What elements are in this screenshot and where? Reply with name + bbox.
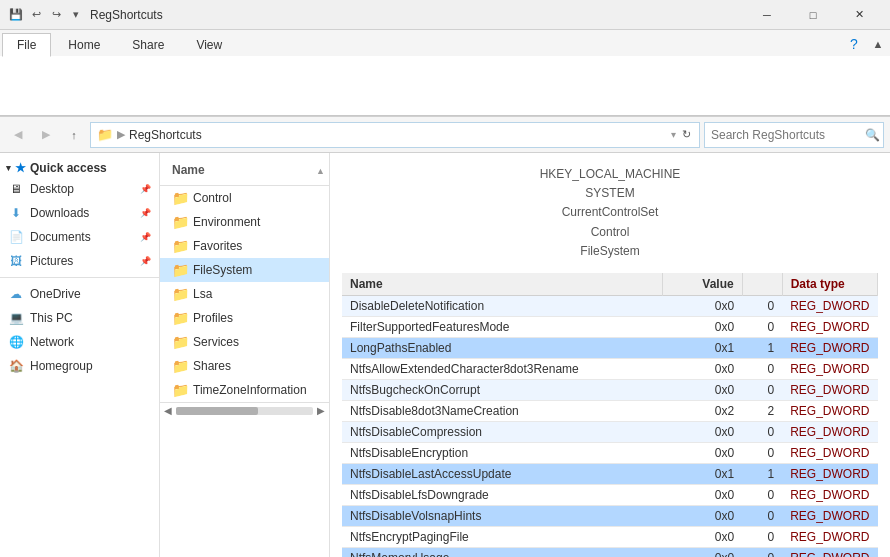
cell-value: 0x0 (662, 505, 742, 526)
tree-item-timezoneinformation[interactable]: 📁 TimeZoneInformation (160, 378, 329, 402)
cell-type: REG_DWORD (782, 421, 877, 442)
pin-icon-4: 📌 (140, 256, 151, 266)
refresh-button[interactable]: ↻ (680, 126, 693, 143)
ribbon-content (0, 56, 890, 116)
tree-scroll-left[interactable]: ◀ (164, 405, 172, 416)
cell-type: REG_DWORD (782, 547, 877, 557)
homegroup-icon: 🏠 (8, 358, 24, 374)
cell-data: 1 (742, 463, 782, 484)
tree-panel: Name ▲ 📁 Control 📁 Environment 📁 Favorit… (160, 153, 330, 557)
cell-value: 0x0 (662, 379, 742, 400)
minimize-button[interactable]: ─ (744, 0, 790, 30)
cell-value: 0x0 (662, 547, 742, 557)
tree-item-label: TimeZoneInformation (193, 383, 307, 397)
cell-type: REG_DWORD (782, 295, 877, 316)
thispc-icon: 💻 (8, 310, 24, 326)
address-box[interactable]: 📁 ▶ RegShortcuts ▾ ↻ (90, 122, 700, 148)
cell-value: 0x2 (662, 400, 742, 421)
cell-name: NtfsDisableCompression (342, 421, 662, 442)
col-header-value: Value (662, 273, 742, 296)
tree-scroll-thumb[interactable] (176, 407, 258, 415)
cell-name: DisableDeleteNotification (342, 295, 662, 316)
search-box[interactable]: 🔍 (704, 122, 884, 148)
table-row[interactable]: NtfsDisableEncryption 0x0 0 REG_DWORD (342, 442, 878, 463)
customize-icon[interactable]: ▾ (68, 7, 84, 23)
table-row[interactable]: NtfsDisableLastAccessUpdate 0x1 1 REG_DW… (342, 463, 878, 484)
registry-table: Name Value Data type DisableDeleteNotifi… (342, 273, 878, 557)
cell-data: 0 (742, 358, 782, 379)
tree-item-control[interactable]: 📁 Control (160, 186, 329, 210)
table-row[interactable]: DisableDeleteNotification 0x0 0 REG_DWOR… (342, 295, 878, 316)
tree-scroll-right[interactable]: ▶ (317, 405, 325, 416)
sidebar-item-thispc[interactable]: 💻 This PC (0, 306, 159, 330)
onedrive-icon: ☁ (8, 286, 24, 302)
maximize-button[interactable]: □ (790, 0, 836, 30)
quick-access-toolbar[interactable]: 💾 (8, 7, 24, 23)
reg-path-line-5: FileSystem (342, 242, 878, 261)
undo-icon[interactable]: ↩ (28, 7, 44, 23)
tree-item-services[interactable]: 📁 Services (160, 330, 329, 354)
table-row[interactable]: NtfsBugcheckOnCorrupt 0x0 0 REG_DWORD (342, 379, 878, 400)
tree-item-shares[interactable]: 📁 Shares (160, 354, 329, 378)
sidebar-item-desktop[interactable]: 🖥 Desktop 📌 (0, 177, 159, 201)
tab-view[interactable]: View (181, 33, 237, 56)
cell-data: 0 (742, 379, 782, 400)
sidebar-item-pictures[interactable]: 🖼 Pictures 📌 (0, 249, 159, 273)
table-row[interactable]: NtfsDisableCompression 0x0 0 REG_DWORD (342, 421, 878, 442)
tree-sort-icon[interactable]: ▲ (316, 166, 325, 176)
sidebar-item-documents[interactable]: 📄 Documents 📌 (0, 225, 159, 249)
folder-icon: 📁 (172, 238, 189, 254)
cell-data: 2 (742, 400, 782, 421)
cell-data: 0 (742, 442, 782, 463)
tree-item-filesystem[interactable]: 📁 FileSystem (160, 258, 329, 282)
tree-item-lsa[interactable]: 📁 Lsa (160, 282, 329, 306)
search-input[interactable] (711, 128, 861, 142)
cell-type: REG_DWORD (782, 505, 877, 526)
table-row[interactable]: NtfsDisable8dot3NameCreation 0x2 2 REG_D… (342, 400, 878, 421)
quick-access-header[interactable]: ▾ ★ Quick access (0, 157, 159, 177)
table-row[interactable]: NtfsDisableVolsnapHints 0x0 0 REG_DWORD (342, 505, 878, 526)
pin-icon: 📌 (140, 184, 151, 194)
table-row[interactable]: LongPathsEnabled 0x1 1 REG_DWORD (342, 337, 878, 358)
table-row[interactable]: FilterSupportedFeaturesMode 0x0 0 REG_DW… (342, 316, 878, 337)
cell-name: NtfsEncryptPagingFile (342, 526, 662, 547)
tree-item-label: Shares (193, 359, 231, 373)
documents-icon: 📄 (8, 229, 24, 245)
close-button[interactable]: ✕ (836, 0, 882, 30)
redo-icon[interactable]: ↪ (48, 7, 64, 23)
sidebar-item-downloads[interactable]: ⬇ Downloads 📌 (0, 201, 159, 225)
cell-name: NtfsDisableEncryption (342, 442, 662, 463)
pin-icon-2: 📌 (140, 208, 151, 218)
forward-button[interactable]: ▶ (34, 123, 58, 147)
back-button[interactable]: ◀ (6, 123, 30, 147)
folder-icon: 📁 (172, 190, 189, 206)
sidebar-item-onedrive[interactable]: ☁ OneDrive (0, 282, 159, 306)
tab-share[interactable]: Share (117, 33, 179, 56)
ribbon-collapse-icon[interactable]: ▲ (866, 32, 890, 56)
sidebar-item-network[interactable]: 🌐 Network (0, 330, 159, 354)
table-row[interactable]: NtfsMemoryUsage 0x0 0 REG_DWORD (342, 547, 878, 557)
cell-type: REG_DWORD (782, 337, 877, 358)
help-icon[interactable]: ? (842, 32, 866, 56)
table-row[interactable]: NtfsEncryptPagingFile 0x0 0 REG_DWORD (342, 526, 878, 547)
cell-value: 0x1 (662, 337, 742, 358)
tree-item-label: Profiles (193, 311, 233, 325)
tree-header: Name (164, 159, 213, 183)
sidebar-thispc-label: This PC (30, 311, 151, 325)
cell-value: 0x0 (662, 295, 742, 316)
up-button[interactable]: ↑ (62, 123, 86, 147)
table-row[interactable]: NtfsAllowExtendedCharacter8dot3Rename 0x… (342, 358, 878, 379)
tab-file[interactable]: File (2, 33, 51, 57)
table-row[interactable]: NtfsDisableLfsDowngrade 0x0 0 REG_DWORD (342, 484, 878, 505)
tree-item-favorites[interactable]: 📁 Favorites (160, 234, 329, 258)
tab-home[interactable]: Home (53, 33, 115, 56)
tree-item-environment[interactable]: 📁 Environment (160, 210, 329, 234)
col-header-name: Name (342, 273, 662, 296)
cell-name: NtfsMemoryUsage (342, 547, 662, 557)
network-icon: 🌐 (8, 334, 24, 350)
sidebar-item-homegroup[interactable]: 🏠 Homegroup (0, 354, 159, 378)
tree-item-profiles[interactable]: 📁 Profiles (160, 306, 329, 330)
address-dropdown-icon[interactable]: ▾ (671, 129, 676, 140)
cell-value: 0x1 (662, 463, 742, 484)
quick-access-icon: ★ (15, 161, 26, 175)
